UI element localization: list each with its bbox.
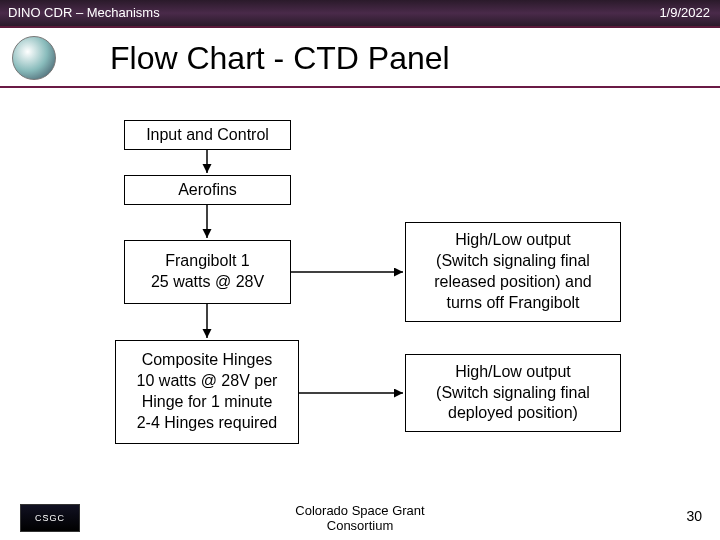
box-composite-hinges: Composite Hinges 10 watts @ 28V per Hing… — [115, 340, 299, 444]
header-left: DINO CDR – Mechanisms — [8, 5, 160, 20]
box-input-control: Input and Control — [124, 120, 291, 150]
page-title: Flow Chart - CTD Panel — [110, 40, 610, 77]
footer-org: Colorado Space Grant Consortium — [0, 503, 720, 534]
project-logo-icon — [12, 36, 56, 80]
title-underline — [0, 86, 720, 88]
header-bar: DINO CDR – Mechanisms 1/9/2022 — [0, 0, 720, 28]
header-date: 1/9/2022 — [659, 5, 710, 20]
box-highlow-released: High/Low output (Switch signaling final … — [405, 222, 621, 322]
box-highlow-deployed: High/Low output (Switch signaling final … — [405, 354, 621, 432]
box-aerofins: Aerofins — [124, 175, 291, 205]
page-number: 30 — [686, 508, 702, 524]
box-frangibolt: Frangibolt 1 25 watts @ 28V — [124, 240, 291, 304]
